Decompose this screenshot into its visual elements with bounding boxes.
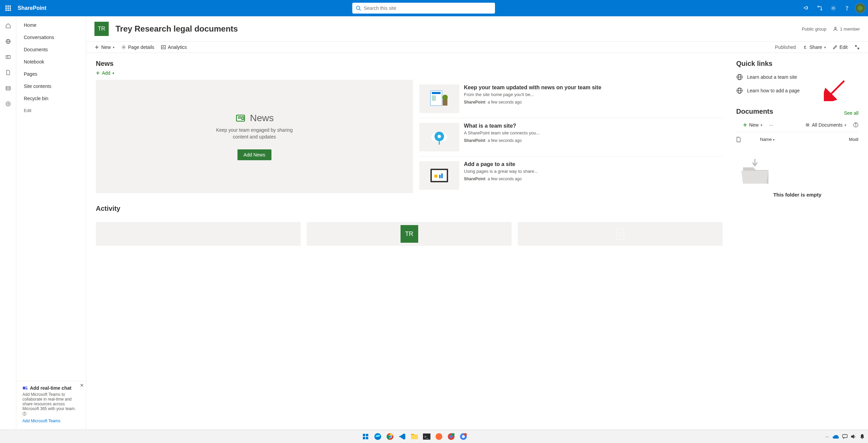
add-icon[interactable]	[3, 98, 14, 109]
chrome-beta-icon[interactable]	[446, 432, 456, 441]
vscode-icon[interactable]	[397, 432, 407, 441]
news-item-title: What is a team site?	[464, 123, 723, 129]
quicklink-item[interactable]: Learn about a team site	[736, 70, 858, 84]
news-icon[interactable]	[3, 52, 14, 62]
news-item[interactable]: Add a page to a site Using pages is a gr…	[419, 156, 723, 195]
activity-card[interactable]: TR	[307, 222, 512, 246]
news-heading: News	[96, 60, 723, 68]
svg-rect-53	[441, 173, 443, 178]
notification-icon[interactable]	[860, 434, 865, 439]
analytics-button[interactable]: Analytics	[161, 44, 187, 50]
activity-card[interactable]	[518, 222, 723, 246]
tray-chevron-icon[interactable]: ︿	[825, 433, 829, 439]
edit-button[interactable]: Edit	[833, 44, 848, 50]
site-title[interactable]: Trey Research legal documents	[116, 24, 238, 34]
file-icon[interactable]	[736, 137, 741, 142]
site-logo[interactable]: TR	[94, 22, 109, 36]
app-launcher-icon[interactable]	[3, 3, 14, 14]
svg-rect-89	[843, 435, 847, 438]
brand-label[interactable]: SharePoint	[18, 5, 46, 11]
svg-rect-18	[23, 387, 25, 389]
add-news-button[interactable]: Add News	[237, 149, 271, 160]
user-avatar[interactable]	[855, 3, 865, 13]
gear-icon[interactable]	[828, 3, 839, 14]
new-button[interactable]: New ▾	[94, 44, 114, 50]
command-bar: New ▾ Page details Analytics Published S…	[86, 41, 868, 53]
svg-point-23	[24, 412, 24, 413]
globe-icon	[736, 87, 743, 94]
news-thumb	[419, 85, 459, 113]
nav-item-recycle-bin[interactable]: Recycle bin	[16, 92, 86, 105]
home-icon[interactable]	[3, 20, 14, 31]
terminal-icon[interactable]: >_	[422, 432, 431, 441]
left-nav: Home Conversations Documents Notebook Pa…	[16, 16, 86, 429]
list-icon[interactable]	[3, 83, 14, 94]
share-icon	[803, 45, 808, 50]
nav-item-conversations[interactable]: Conversations	[16, 31, 86, 43]
list-icon	[805, 123, 810, 127]
volume-icon[interactable]	[851, 434, 856, 439]
news-thumb	[419, 123, 459, 151]
svg-point-54	[619, 233, 622, 236]
svg-point-47	[438, 135, 441, 138]
nav-item-pages[interactable]: Pages	[16, 68, 86, 80]
column-modified[interactable]: Modi	[849, 137, 858, 142]
share-button[interactable]: Share ▾	[803, 44, 826, 50]
nav-item-site-contents[interactable]: Site contents	[16, 80, 86, 92]
help-icon[interactable]	[842, 3, 852, 14]
page-icon	[615, 228, 625, 240]
chevron-down-icon: ▾	[761, 123, 762, 127]
svg-rect-12	[6, 87, 10, 90]
news-hero-subtitle: Keep your team engaged by sharing conten…	[210, 127, 299, 140]
flow-icon[interactable]	[814, 3, 825, 14]
news-item-desc: Using pages is a great way to share...	[464, 169, 723, 174]
quicklink-item[interactable]: Learn how to add a page	[736, 84, 858, 97]
nav-item-notebook[interactable]: Notebook	[16, 56, 86, 68]
info-icon[interactable]	[22, 412, 26, 416]
file-icon[interactable]	[3, 67, 14, 78]
nav-item-documents[interactable]: Documents	[16, 43, 86, 56]
docs-new-button[interactable]: New ▾	[743, 122, 762, 128]
svg-text:>_: >_	[424, 435, 428, 439]
promo-title: Add real-time chat	[30, 385, 71, 391]
person-icon	[833, 26, 838, 31]
news-item[interactable]: What is a team site? A SharePoint team s…	[419, 118, 723, 156]
search-box[interactable]	[352, 3, 495, 14]
plus-icon	[743, 123, 747, 127]
nav-edit-link[interactable]: Edit	[16, 105, 86, 116]
activity-card[interactable]	[96, 222, 301, 246]
add-news-link[interactable]: Add ▾	[96, 70, 723, 76]
onedrive-icon[interactable]	[833, 435, 839, 439]
more-icon[interactable]: ···	[769, 122, 773, 128]
explorer-icon[interactable]	[410, 432, 419, 441]
add-teams-link[interactable]: Add Microsoft Teams	[22, 419, 60, 423]
folder-icon	[736, 157, 774, 188]
news-item[interactable]: Keep your team updated with news on your…	[419, 80, 723, 118]
globe-icon	[736, 74, 743, 80]
members-link[interactable]: 1 member	[833, 26, 860, 32]
svg-point-44	[442, 95, 448, 100]
start-icon[interactable]	[361, 432, 370, 441]
view-selector[interactable]: All Documents ▾	[805, 122, 846, 128]
svg-point-82	[436, 433, 442, 440]
see-all-link[interactable]: See all	[844, 110, 858, 116]
close-icon[interactable]: ✕	[80, 383, 84, 388]
chevron-down-icon: ▾	[824, 45, 826, 49]
column-name[interactable]: Name ▾	[760, 137, 839, 142]
expand-button[interactable]	[854, 44, 860, 50]
nav-item-home[interactable]: Home	[16, 19, 86, 31]
chrome-icon[interactable]	[385, 432, 395, 441]
info-icon[interactable]	[853, 122, 858, 128]
news-list: Keep your team updated with news on your…	[419, 80, 723, 195]
postman-icon[interactable]	[434, 432, 444, 441]
globe-icon[interactable]	[3, 36, 14, 47]
page-details-button[interactable]: Page details	[121, 44, 154, 50]
edge-icon[interactable]	[373, 432, 383, 441]
search-input[interactable]	[364, 5, 492, 11]
plus-icon	[94, 45, 99, 50]
megaphone-icon[interactable]	[801, 3, 812, 14]
chevron-down-icon: ▾	[113, 45, 114, 49]
comment-icon[interactable]	[842, 434, 848, 439]
svg-point-87	[462, 435, 465, 438]
chrome-alt-icon[interactable]	[459, 432, 468, 441]
